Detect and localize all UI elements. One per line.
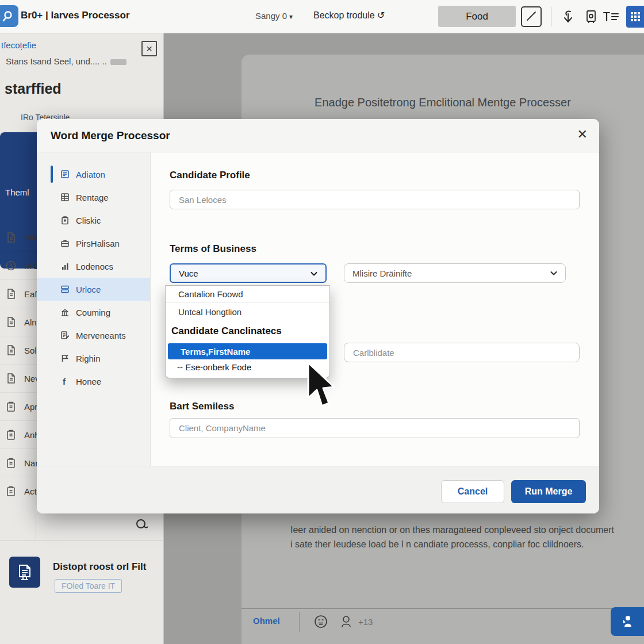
clipboard-icon [5, 401, 17, 412]
dropdown-option[interactable]: -- Ese-onberk Fode [166, 359, 329, 374]
caret-down-icon: ▾ [289, 13, 293, 21]
app-logo-icon[interactable] [0, 5, 18, 27]
nav-item-rentage[interactable]: Rentage [37, 186, 150, 209]
smiley-icon[interactable] [313, 614, 329, 630]
dialog-nav: Adiaton Rentage Cliskic PirsHalisan Lode… [37, 152, 151, 466]
document-sign-icon[interactable] [582, 7, 600, 26]
apps-grid-icon[interactable] [626, 6, 644, 28]
clipboard-icon [5, 429, 17, 440]
run-merge-button[interactable]: Run Merge [511, 480, 586, 503]
dropdown-group-header: Candidate Canclinatecs [166, 320, 329, 342]
desktop-file-icon[interactable] [9, 557, 40, 588]
nav-item-righin[interactable]: Righin [37, 347, 150, 370]
module-breadcrumb[interactable]: Beckop trodule↺ [313, 10, 385, 21]
close-icon[interactable]: ✕ [577, 127, 588, 142]
dropdown-option[interactable]: Untcal Hongtlion [166, 303, 329, 320]
bart-section-label: Bart Semiless [170, 401, 234, 412]
nav-item-couming[interactable]: Couming [37, 301, 150, 324]
document-icon [5, 316, 17, 328]
person-icon[interactable] [338, 614, 354, 630]
column-divider [36, 513, 36, 540]
terms-section-label: Terms of Business [170, 243, 256, 255]
flag-icon [60, 354, 70, 363]
user-menu[interactable]: Sangy 0▾ [255, 11, 293, 21]
dialog-title: Word Merge Processor [51, 129, 170, 142]
chevron-down-icon [309, 269, 319, 280]
assistant-person-icon[interactable] [611, 607, 644, 636]
dialog-header: Word Merge Processor ✕ [37, 119, 599, 152]
document-icon [5, 232, 17, 243]
document-paragraph: Ieer anided on nenction or on thes marag… [290, 523, 615, 552]
document-heading: Enadge Positetrong Emclitional Mentge Pr… [241, 96, 644, 109]
clipboard-icon [5, 485, 17, 497]
document-icon [5, 344, 17, 356]
svg-text:f: f [63, 377, 66, 386]
f-letter-icon: f [60, 377, 70, 386]
article-icon [60, 170, 70, 179]
toolbar-divider [551, 7, 551, 26]
clipboard-icon [5, 457, 17, 469]
bart-input[interactable] [170, 418, 580, 438]
search-icon[interactable] [133, 516, 151, 534]
clock-icon [5, 260, 17, 271]
nav-item-cliskic[interactable]: Cliskic [37, 209, 150, 232]
text-format-icon[interactable] [601, 7, 620, 26]
sidebar-description: Stans Isand Seel, und.... .. [6, 56, 126, 66]
rows-icon [60, 285, 70, 294]
edit-checkbox-icon[interactable] [521, 6, 542, 27]
active-indicator [51, 166, 53, 183]
nav-item-urloce[interactable]: Urloce [37, 278, 150, 301]
theme-card-label: Theml [5, 187, 29, 197]
document-footer-bar: Ohmel +13 [241, 608, 644, 635]
terms-select[interactable]: Vuce [170, 263, 327, 283]
profile-input[interactable] [170, 190, 580, 209]
footer-divider [299, 612, 300, 632]
sidebar-top-link[interactable]: tfecoțefie [1, 40, 36, 50]
word-merge-dialog: Word Merge Processor ✕ Adiaton Rentage C… [37, 119, 599, 513]
sidebar-footer-button[interactable]: FOled Toare IT [55, 579, 122, 593]
top-app-bar: Br0+ | Iarves Processor Sangy 0▾ Beckop … [0, 0, 644, 33]
nav-item-lodenocs[interactable]: Lodenocs [37, 255, 150, 278]
misire-select[interactable]: Mlisire Dräinifte [344, 263, 566, 283]
chevron-down-icon [549, 269, 558, 279]
redacted-blob [110, 59, 126, 65]
document-footer-link[interactable]: Ohmel [253, 616, 280, 626]
cancel-button[interactable]: Cancel [441, 480, 504, 503]
nav-item-merveneants[interactable]: Merveneants [37, 324, 150, 347]
clipboard-icon [60, 216, 70, 225]
document-icon [5, 373, 17, 384]
food-button[interactable]: Food [438, 6, 516, 27]
building-icon [60, 308, 70, 317]
table-icon [60, 193, 70, 202]
close-panel-icon[interactable]: ✕ [141, 41, 157, 56]
nav-item-pirshalisan[interactable]: PirsHalisan [37, 232, 150, 255]
briefcase-icon [60, 239, 70, 248]
import-arrow-icon[interactable] [559, 7, 577, 26]
bar-chart-icon [60, 262, 70, 271]
sidebar-footer-title: Distopt roost orl Filt [53, 561, 146, 573]
reaction-count: +13 [358, 617, 373, 627]
document-icon [5, 288, 17, 300]
profile-section-label: Candidate Profile [170, 170, 250, 181]
candidate-input[interactable] [344, 343, 580, 362]
dropdown-option[interactable]: Cantalion Foowd [166, 286, 329, 303]
nav-item-adiaton[interactable]: Adiaton [37, 163, 150, 186]
dropdown-option-selected[interactable]: Terms,FirstName [168, 343, 327, 359]
document-pen-icon [60, 331, 70, 340]
app-title: Br0+ | Iarves Processor [21, 10, 130, 21]
undo-icon: ↺ [377, 10, 385, 20]
nav-item-honee[interactable]: fHonee [37, 370, 150, 393]
terms-dropdown-menu: Cantalion Foowd Untcal Hongtlion Candida… [165, 285, 330, 378]
sidebar-section-heading: starffied [5, 80, 62, 97]
sidebar-divider [0, 540, 164, 541]
